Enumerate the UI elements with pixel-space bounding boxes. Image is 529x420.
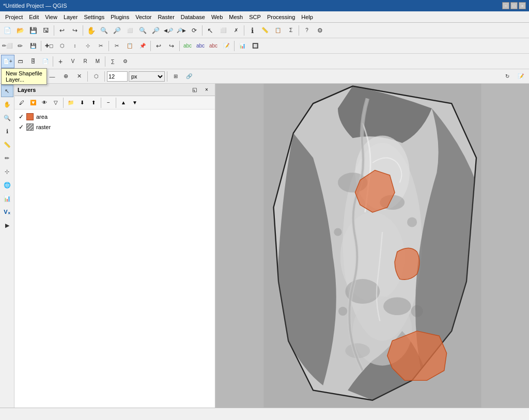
remove-layer-button[interactable]: − bbox=[103, 98, 114, 108]
attribute-table-button[interactable]: 📋 bbox=[272, 24, 284, 37]
snap-all-layers-button[interactable]: ⬡ bbox=[90, 70, 102, 83]
annotation-button[interactable]: 📝 bbox=[515, 70, 527, 83]
zoom-layer-button[interactable]: 🔍 bbox=[136, 24, 149, 37]
arrows-button[interactable]: ▶ bbox=[1, 219, 13, 231]
select-arrow-button[interactable]: ↖ bbox=[204, 24, 216, 37]
zoom-full-button[interactable]: ⬜ bbox=[123, 24, 136, 37]
deselect-button[interactable]: ✗ bbox=[230, 24, 242, 37]
info-button[interactable]: ℹ bbox=[1, 125, 13, 137]
snap-layer-button[interactable]: 🔗 bbox=[183, 70, 195, 83]
menu-scp[interactable]: SCP bbox=[246, 13, 264, 21]
maximize-button[interactable]: □ bbox=[510, 2, 518, 9]
undo-edit-button[interactable]: ↩ bbox=[152, 40, 165, 52]
new-shapefile-layer-button[interactable]: 📄+ bbox=[1, 55, 14, 68]
layer-filter-button[interactable]: 🔽 bbox=[28, 98, 38, 108]
raster-digitize-button[interactable]: 🔲 bbox=[249, 40, 261, 52]
refresh-button[interactable]: ⟳ bbox=[188, 24, 200, 37]
new-geopackage-button[interactable]: 🗃 bbox=[14, 55, 27, 68]
layer-item-raster[interactable]: ✓ raster bbox=[17, 122, 213, 132]
snap-segment-button[interactable]: — bbox=[46, 70, 58, 83]
copy-features-button[interactable]: 📋 bbox=[123, 40, 136, 52]
layer-visibility-button[interactable]: 👁 bbox=[39, 98, 50, 108]
label-pin-button[interactable]: abc bbox=[194, 40, 207, 52]
move-feature-button[interactable]: ↕ bbox=[69, 40, 81, 52]
menu-plugins[interactable]: Plugins bbox=[107, 13, 132, 21]
save-edits-button[interactable]: 💾 bbox=[27, 40, 39, 52]
snap-tolerance-input[interactable]: 12 bbox=[107, 71, 128, 82]
vertex-tool-left-button[interactable]: ⊹ bbox=[1, 165, 13, 178]
zoom-prev-button[interactable]: ◀🔎 bbox=[162, 24, 175, 37]
layers-close-button[interactable]: × bbox=[201, 85, 212, 95]
open-data-source-button[interactable]: + bbox=[54, 55, 67, 68]
expand-all-button[interactable]: ⬇ bbox=[77, 98, 87, 108]
layer-raster-checkbox[interactable]: ✓ bbox=[19, 123, 24, 131]
label-rotate-button[interactable]: abc bbox=[207, 40, 220, 52]
layer-open-button[interactable]: 🖊 bbox=[17, 98, 27, 108]
move-layer-up-button[interactable]: ▲ bbox=[118, 98, 129, 108]
map-canvas[interactable] bbox=[216, 84, 529, 408]
menu-raster[interactable]: Raster bbox=[154, 13, 177, 21]
select-tool-button[interactable]: ↖ bbox=[1, 85, 13, 97]
add-feature-button[interactable]: ✚◻ bbox=[43, 40, 55, 52]
redo-button[interactable]: ↪ bbox=[69, 24, 81, 37]
snap-center-button[interactable]: ⊕ bbox=[59, 70, 72, 83]
new-project-button[interactable]: 📄 bbox=[1, 24, 13, 37]
layers-float-button[interactable]: ◱ bbox=[189, 85, 199, 95]
vertex-editor-button[interactable]: Vₓ bbox=[1, 206, 13, 218]
save-project-button[interactable]: 💾 bbox=[27, 24, 39, 37]
menu-database[interactable]: Database bbox=[178, 13, 208, 21]
redo-edit-button[interactable]: ↪ bbox=[165, 40, 178, 52]
new-temp-layer-button[interactable]: 📄 bbox=[39, 55, 52, 68]
zoom-next-button[interactable]: 🔎▶ bbox=[175, 24, 188, 37]
topological-edit-button[interactable]: ⊞ bbox=[169, 70, 182, 83]
pan-map-button[interactable]: ✋ bbox=[1, 98, 13, 111]
edit-layer-button[interactable]: ✏ bbox=[14, 40, 26, 52]
rotation-button[interactable]: ↻ bbox=[501, 70, 514, 83]
snap-unit-select[interactable]: px map units bbox=[129, 71, 165, 82]
menu-help[interactable]: Help bbox=[298, 13, 316, 21]
layer-item-area[interactable]: ✓ area bbox=[17, 112, 213, 122]
menu-settings[interactable]: Settings bbox=[81, 13, 107, 21]
tips-button[interactable]: ? bbox=[301, 24, 313, 37]
pan-button[interactable]: ✋ bbox=[85, 24, 97, 37]
delete-selected-button[interactable]: ✂ bbox=[95, 40, 107, 52]
open-project-button[interactable]: 📂 bbox=[14, 24, 26, 37]
snap-intersection-button[interactable]: ✕ bbox=[73, 70, 85, 83]
digitize-button[interactable]: ⬡ bbox=[56, 40, 68, 52]
settings-button[interactable]: ⚙ bbox=[314, 24, 326, 37]
menu-processing[interactable]: Processing bbox=[264, 13, 298, 21]
zoom-out-button[interactable]: 🔎 bbox=[111, 24, 123, 37]
zoom-in-button[interactable]: 🔍 bbox=[98, 24, 110, 37]
select-rect-button[interactable]: ⬜ bbox=[217, 24, 229, 37]
move-layer-down-button[interactable]: ▼ bbox=[130, 98, 140, 108]
add-vector-button[interactable]: V bbox=[67, 55, 79, 68]
paste-features-button[interactable]: 📌 bbox=[136, 40, 149, 52]
add-group-button[interactable]: 📁 bbox=[66, 98, 76, 108]
menu-edit[interactable]: Edit bbox=[26, 13, 42, 21]
menu-project[interactable]: Project bbox=[2, 13, 26, 21]
menu-view[interactable]: View bbox=[42, 13, 60, 21]
node-tool-button[interactable]: ⊹ bbox=[82, 40, 94, 52]
zoom-selection-button[interactable]: 🔎 bbox=[149, 24, 162, 37]
add-raster-button[interactable]: R bbox=[79, 55, 91, 68]
statistical-button[interactable]: Σ bbox=[285, 24, 297, 37]
undo-button[interactable]: ↩ bbox=[56, 24, 68, 37]
minimize-button[interactable]: − bbox=[502, 2, 509, 9]
label-tool-button[interactable]: abc bbox=[181, 40, 194, 52]
close-button[interactable]: × bbox=[519, 2, 526, 9]
label-move-button[interactable]: 📝 bbox=[220, 40, 232, 52]
cut-features-button[interactable]: ✂ bbox=[111, 40, 123, 52]
save-as-button[interactable]: 🖫 bbox=[40, 24, 52, 37]
collapse-all-button[interactable]: ⬆ bbox=[88, 98, 99, 108]
new-spatialite-button[interactable]: 🗄 bbox=[27, 55, 39, 68]
layer-filter2-button[interactable]: ▽ bbox=[51, 98, 61, 108]
zoom-map-button[interactable]: 🔍 bbox=[1, 112, 13, 124]
add-mesh-button[interactable]: M bbox=[91, 55, 104, 68]
menu-layer[interactable]: Layer bbox=[60, 13, 81, 21]
globe-button[interactable]: 🌐 bbox=[1, 179, 13, 191]
menu-mesh[interactable]: Mesh bbox=[226, 13, 246, 21]
layer-diagram-button[interactable]: 📊 bbox=[1, 192, 13, 205]
field-calculator-button[interactable]: ∑ bbox=[106, 55, 119, 68]
measure-line-button[interactable]: 📏 bbox=[1, 138, 13, 151]
measure-button[interactable]: 📏 bbox=[259, 24, 271, 37]
